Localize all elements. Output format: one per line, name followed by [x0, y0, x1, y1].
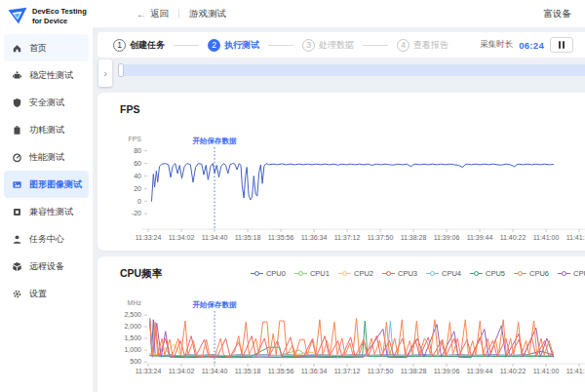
settings-icon	[12, 289, 23, 299]
stepper: 1创建任务2执行测试3处理数据4查看报告	[113, 39, 448, 52]
svg-text:1,000: 1,000	[124, 346, 141, 353]
sidebar-item-label: 兼容性测试	[29, 206, 73, 218]
svg-text:11:35:56: 11:35:56	[268, 368, 294, 374]
home-icon	[12, 43, 23, 54]
svg-text:0: 0	[137, 198, 141, 205]
svg-text:11:40:22: 11:40:22	[500, 368, 526, 374]
svg-text:11:37:50: 11:37:50	[368, 234, 394, 241]
step-label: 处理数据	[319, 39, 354, 52]
step-2[interactable]: 2执行测试	[208, 39, 259, 52]
svg-text:11:34:02: 11:34:02	[169, 368, 195, 374]
sidebar-item-settings[interactable]: 设置	[4, 280, 89, 307]
timeline-zoombar[interactable]	[118, 64, 585, 76]
svg-text:20: 20	[134, 185, 141, 192]
tasks-icon	[12, 234, 23, 245]
graphics-icon	[12, 179, 23, 190]
svg-text:11:41:38: 11:41:38	[566, 368, 585, 374]
svg-text:FPS: FPS	[128, 136, 141, 142]
svg-text:11:35:56: 11:35:56	[268, 234, 294, 241]
svg-text:开始保存数据: 开始保存数据	[192, 300, 238, 309]
svg-text:11:37:12: 11:37:12	[334, 234, 361, 241]
svg-text:11:34:40: 11:34:40	[202, 234, 228, 241]
deveco-logo-icon	[8, 7, 27, 26]
step-1[interactable]: 1创建任务	[113, 39, 165, 52]
back-label: 返回	[150, 8, 169, 20]
sidebar-item-graphics-test[interactable]: 图形图像测试	[4, 171, 89, 198]
sidebar-item-stability-test[interactable]: 稳定性测试	[4, 61, 89, 89]
svg-text:MHz: MHz	[128, 299, 142, 306]
power-icon	[12, 125, 23, 136]
cpu-chart-card: CPU频率 CPU0CPU1CPU2CPU3CPU4CPU5CPU6CPU7 1…	[98, 256, 585, 392]
svg-text:11:33:24: 11:33:24	[136, 234, 162, 241]
stepper-card: 1创建任务2执行测试3处理数据4查看报告 采集时长 06:24	[98, 32, 585, 58]
sidebar-item-remote-device[interactable]: 远程设备	[4, 253, 89, 280]
sidebar-item-performance-test[interactable]: 性能测试	[4, 143, 89, 171]
step-number: 1	[113, 39, 126, 52]
svg-text:500: 500	[130, 358, 141, 365]
performance-icon	[12, 152, 23, 163]
stability-icon	[12, 70, 23, 81]
sidebar-item-label: 性能测试	[29, 151, 64, 164]
logo-subtitle: for Device	[32, 17, 87, 26]
step-connector	[268, 45, 293, 46]
svg-text:40: 40	[134, 173, 141, 179]
svg-text:11:41:00: 11:41:00	[533, 234, 560, 241]
sidebar: DevEco Testing for Device 首页稳定性测试安全测试功耗测…	[0, 0, 93, 392]
logo-text: DevEco Testing for Device	[32, 7, 87, 26]
svg-text:开始保存数据: 开始保存数据	[192, 137, 238, 145]
fps-chart-card: FPS 11:33:2411:34:0211:34:4011:35:1811:3…	[98, 93, 585, 251]
svg-text:11:39:06: 11:39:06	[434, 368, 460, 374]
collect-duration: 采集时长 06:24	[480, 37, 573, 53]
svg-text:1,500: 1,500	[124, 334, 141, 341]
sidebar-item-home[interactable]: 首页	[4, 34, 89, 61]
back-button[interactable]: ← 返回	[136, 8, 169, 20]
svg-text:11:38:28: 11:38:28	[401, 368, 427, 374]
svg-text:11:40:22: 11:40:22	[500, 234, 526, 241]
sidebar-item-label: 稳定性测试	[29, 69, 73, 82]
main-content: 1创建任务2执行测试3处理数据4查看报告 采集时长 06:24 › FPS 11…	[93, 27, 585, 392]
topbar-divider	[178, 9, 179, 19]
logo-title: DevEco Testing	[32, 7, 87, 17]
sidebar-item-security-test[interactable]: 安全测试	[4, 89, 89, 116]
sidebar-item-label: 任务中心	[29, 233, 64, 246]
svg-text:-20: -20	[132, 210, 141, 216]
chevron-right-icon: ›	[103, 67, 107, 79]
step-4[interactable]: 4查看报告	[397, 39, 448, 52]
sidebar-item-label: 功耗测试	[29, 124, 64, 137]
step-label: 执行测试	[224, 39, 259, 52]
step-3[interactable]: 3处理数据	[302, 39, 354, 52]
expand-panel-button[interactable]: ›	[98, 59, 112, 87]
back-arrow-icon: ←	[136, 9, 146, 20]
fps-chart[interactable]: 11:33:2411:34:0211:34:4011:35:1811:35:56…	[98, 93, 585, 251]
pause-icon	[559, 41, 561, 49]
security-icon	[12, 98, 23, 108]
step-label: 创建任务	[130, 39, 165, 52]
svg-text:11:37:50: 11:37:50	[368, 368, 394, 374]
svg-text:11:38:28: 11:38:28	[401, 234, 427, 241]
svg-text:11:36:34: 11:36:34	[301, 368, 328, 374]
sidebar-item-label: 图形图像测试	[29, 178, 82, 191]
sidebar-item-label: 安全测试	[29, 97, 64, 109]
sidebar-item-compatibility-test[interactable]: 兼容性测试	[4, 198, 89, 225]
zoombar-handle[interactable]	[118, 63, 124, 77]
svg-text:2,500: 2,500	[124, 311, 141, 318]
collect-duration-label: 采集时长	[480, 39, 513, 51]
svg-text:80: 80	[134, 147, 141, 154]
svg-text:11:35:18: 11:35:18	[235, 234, 261, 241]
sidebar-item-power-test[interactable]: 功耗测试	[4, 116, 89, 143]
svg-text:11:36:34: 11:36:34	[301, 234, 328, 241]
sidebar-item-label: 首页	[29, 42, 47, 55]
step-connector	[174, 45, 199, 46]
svg-text:11:39:06: 11:39:06	[434, 234, 460, 241]
device-name[interactable]: 富设备	[544, 8, 572, 20]
svg-text:11:37:12: 11:37:12	[334, 368, 361, 374]
pause-icon	[563, 41, 565, 49]
step-number: 3	[302, 39, 315, 52]
svg-text:11:34:40: 11:34:40	[202, 368, 228, 374]
cpu-chart[interactable]: 11:33:2411:34:0211:34:4011:35:1811:35:56…	[98, 256, 585, 392]
svg-text:11:39:44: 11:39:44	[467, 368, 493, 374]
pause-button[interactable]	[550, 37, 573, 53]
collect-duration-value: 06:24	[519, 40, 544, 51]
sidebar-item-task-center[interactable]: 任务中心	[4, 225, 89, 253]
svg-text:11:39:44: 11:39:44	[467, 234, 493, 241]
